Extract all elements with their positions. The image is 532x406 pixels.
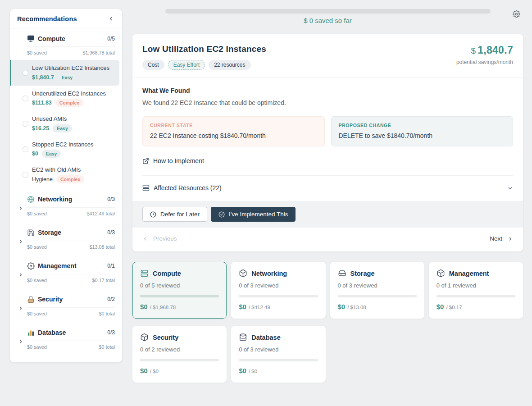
category-name: Networking [251, 270, 287, 277]
effort-badge: Complex [56, 175, 84, 183]
section-expand-chevron[interactable] [18, 239, 23, 244]
category-card-database[interactable]: Database 0 of 3 reviewed $0 / $0 [231, 326, 325, 383]
section-stats: $0 saved $0.17 total [27, 274, 115, 283]
radio-circle-icon[interactable] [23, 146, 28, 152]
monitor-icon [27, 35, 35, 42]
recommendation-title: Underutilized EC2 Instances [32, 90, 106, 98]
category-progress-track [239, 359, 318, 361]
sidebar-section-database: Database 0/3 $0 saved $0 total [10, 323, 122, 356]
detail-body: What We Found We found 22 EC2 Instance t… [132, 78, 523, 201]
category-card-networking[interactable]: Networking 0 of 3 reviewed $0 / $412.49 [231, 262, 325, 319]
sidebar-collapse-button[interactable] [107, 15, 115, 23]
sidebar-section-storage: Storage 0/3 $0 saved $13.08 total [10, 223, 122, 256]
recommendation-item[interactable]: Low Utilization EC2 Instances $1,840.7 E… [10, 60, 119, 86]
previous-button[interactable]: Previous [142, 235, 177, 242]
section-count: 0/3 [107, 229, 115, 236]
recommendation-item[interactable]: Unused AMIs $16.25 Easy [10, 111, 122, 137]
recommendation-value: $1,840.7 [32, 74, 54, 81]
category-card-compute[interactable]: Compute 0 of 5 reviewed $0 / $1,968.78 [132, 262, 227, 319]
section-total: $13.08 total [90, 244, 115, 250]
main-column: $ 0 saved so far Low Utilization EC2 Ins… [132, 9, 523, 406]
recommendation-title: Unused AMIs [32, 115, 72, 123]
recommendation-item[interactable]: EC2 with Old AMIs Hygiene Complex [10, 162, 122, 187]
clock-icon [150, 211, 156, 218]
recommendation-value: $0 [32, 151, 38, 157]
detail-tags: CostEasy Effort22 resources [142, 60, 266, 70]
detail-tag: 22 resources [209, 60, 250, 70]
section-expand-chevron[interactable] [18, 205, 23, 211]
detail-title: Low Utilization EC2 Instances [142, 44, 266, 54]
settings-button[interactable] [513, 10, 520, 18]
section-saved: $0 saved [27, 50, 47, 55]
database-icon [239, 333, 247, 342]
section-count: 0/3 [107, 196, 115, 202]
category-total-amount: / $0 [249, 369, 257, 374]
check-circle-icon [218, 211, 225, 218]
what-we-found-text: We found 22 EC2 Instance that could be o… [142, 99, 513, 106]
recommendations-sidebar: Recommendations Compute 0/5 $0 saved $1,… [10, 9, 122, 362]
radio-circle-icon[interactable] [23, 172, 28, 178]
recommendation-item[interactable]: Underutilized EC2 Instances $111.83 Comp… [10, 86, 122, 111]
what-we-found-heading: What We Found [142, 87, 513, 94]
implemented-button[interactable]: I've Implemented This [211, 207, 296, 222]
section-stats: $0 saved $1,968.78 total [27, 46, 115, 55]
category-saved-amount: $0 [437, 303, 444, 310]
section-total: $412.49 total [87, 211, 115, 216]
category-saved-amount: $0 [239, 303, 246, 310]
recommendation-item[interactable]: Stopped EC2 Instances $0 Easy [10, 137, 122, 162]
floppy-icon [27, 229, 35, 237]
app-root: Recommendations Compute 0/5 $0 saved $1,… [0, 0, 532, 406]
savings-progress-track [165, 9, 491, 14]
proposed-change-label: PROPOSED CHANGE [339, 123, 506, 128]
cube-icon [239, 269, 247, 278]
sidebar-header: Recommendations [10, 9, 122, 28]
section-stats: $0 saved $0 total [27, 307, 115, 316]
section-expand-chevron[interactable] [18, 306, 23, 311]
drive-icon [338, 269, 346, 278]
section-total: $0.17 total [92, 278, 115, 283]
radio-circle-icon[interactable] [23, 70, 28, 76]
section-name: Security [38, 296, 104, 303]
category-card-storage[interactable]: Storage 0 of 3 reviewed $0 / $13.08 [330, 262, 424, 319]
category-name: Security [153, 334, 178, 341]
section-name: Storage [38, 229, 104, 236]
category-progress-track [437, 295, 515, 297]
current-state-label: CURRENT STATE [150, 123, 317, 128]
section-total: $1,968.78 total [83, 50, 115, 55]
recommendation-title: EC2 with Old AMIs [32, 166, 84, 174]
category-card-security[interactable]: Security 0 of 2 reviewed $0 / $0 [132, 326, 227, 383]
affected-resources-label: Affected Resources (22) [154, 184, 503, 192]
section-saved: $0 saved [27, 211, 47, 216]
saved-so-far-text: $ 0 saved so far [132, 17, 523, 24]
how-to-implement-link[interactable]: How to Implement [142, 157, 513, 164]
category-progress-track [140, 295, 219, 297]
recommendation-title: Stopped EC2 Instances [32, 141, 94, 149]
recommendation-title: Low Utilization EC2 Instances [32, 64, 109, 72]
section-saved: $0 saved [27, 311, 47, 316]
detail-tag: Cost [142, 60, 164, 70]
radio-circle-icon[interactable] [23, 96, 28, 101]
recommendation-value: $16.25 [32, 125, 49, 132]
chevron-right-icon [508, 236, 513, 242]
server-stack-icon [142, 184, 150, 192]
next-label: Next [490, 235, 502, 242]
category-name: Compute [153, 270, 181, 277]
detail-header: Low Utilization EC2 Instances CostEasy E… [132, 34, 523, 78]
savings-caption: potential savings/month [456, 59, 513, 65]
section-saved: $0 saved [27, 244, 47, 250]
radio-circle-icon[interactable] [23, 121, 28, 127]
detail-actions: Defer for Later I've Implemented This [132, 201, 523, 228]
category-card-management[interactable]: Management 0 of 1 reviewed $0 / $0.17 [429, 262, 523, 319]
section-count: 0/5 [107, 36, 115, 42]
chevron-right-icon [18, 339, 23, 344]
next-button[interactable]: Next [490, 235, 513, 242]
chevron-right-icon [18, 306, 23, 311]
category-progress-track [140, 359, 219, 361]
section-name: Database [38, 329, 104, 336]
affected-resources-toggle[interactable]: Affected Resources (22) [142, 175, 513, 201]
defer-button[interactable]: Defer for Later [142, 207, 207, 222]
section-expand-chevron[interactable] [18, 272, 23, 278]
server-icon [140, 269, 149, 278]
section-expand-chevron[interactable] [18, 339, 23, 344]
gear-icon [27, 262, 35, 270]
